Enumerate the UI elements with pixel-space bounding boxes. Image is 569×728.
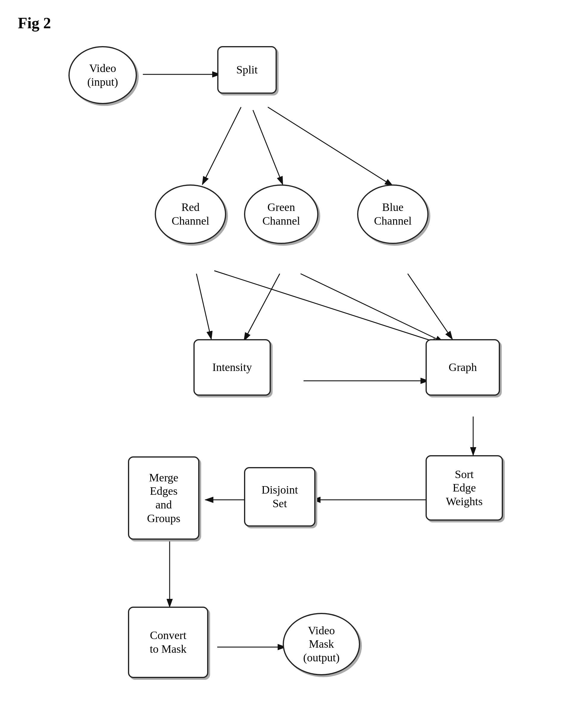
svg-line-5 bbox=[196, 274, 211, 339]
video-input-node: Video (input) bbox=[68, 46, 137, 104]
svg-line-6 bbox=[214, 271, 440, 344]
svg-line-7 bbox=[244, 274, 280, 341]
svg-line-3 bbox=[253, 110, 283, 184]
green-channel-node: Green Channel bbox=[244, 184, 318, 244]
merge-edges-node: Merge Edges and Groups bbox=[128, 456, 199, 540]
split-node: Split bbox=[217, 46, 277, 94]
convert-to-mask-node: Convert to Mask bbox=[128, 607, 208, 678]
intensity-node: Intensity bbox=[193, 339, 271, 396]
disjoint-set-node: Disjoint Set bbox=[244, 467, 315, 527]
video-mask-node: Video Mask (output) bbox=[283, 613, 360, 675]
svg-line-4 bbox=[268, 107, 393, 186]
figure-label: Fig 2 bbox=[18, 14, 51, 32]
graph-node: Graph bbox=[426, 339, 500, 396]
svg-line-8 bbox=[301, 274, 443, 342]
svg-line-2 bbox=[202, 107, 241, 184]
sort-edge-weights-node: Sort Edge Weights bbox=[426, 455, 503, 521]
blue-channel-node: Blue Channel bbox=[357, 184, 429, 244]
svg-line-9 bbox=[408, 274, 452, 339]
red-channel-node: Red Channel bbox=[155, 184, 226, 244]
